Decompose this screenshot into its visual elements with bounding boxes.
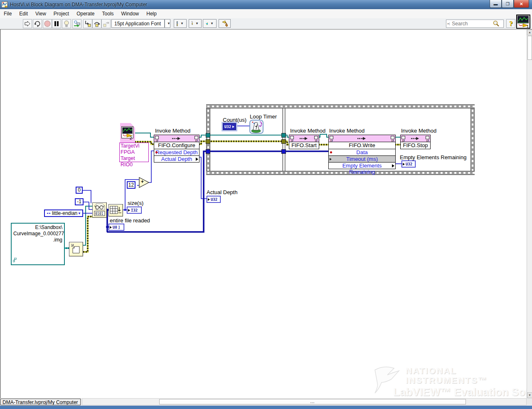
menu-project[interactable]: Project: [50, 10, 73, 18]
invoke-node-fifo-configure[interactable]: !? !? FIFO.Configure Requested Depth Act…: [154, 135, 200, 163]
enum-dropdown-icon[interactable]: ▼: [78, 212, 81, 215]
retain-wire-values-button[interactable]: [72, 19, 81, 28]
menu-file[interactable]: File: [0, 10, 15, 18]
tunnel-ref-left[interactable]: [206, 133, 210, 138]
app-icon: [2, 1, 8, 8]
constant-zero[interactable]: 0: [76, 187, 83, 194]
search-box[interactable]: ▸|: [446, 20, 504, 28]
tunnel-array-divider[interactable]: [281, 149, 286, 154]
reference-out-glyph: !?: [314, 135, 318, 141]
step-into-button[interactable]: [83, 19, 92, 28]
search-history-arrow[interactable]: ▸|: [446, 22, 451, 25]
reorder-objects-button[interactable]: ▼: [203, 19, 217, 28]
indicator-in-arrow: [110, 226, 112, 229]
maximize-button[interactable]: ❐: [502, 0, 514, 8]
read-binary-file-function[interactable]: 0101: [92, 202, 107, 218]
font-selector[interactable]: 15pt Application Font: [111, 19, 165, 28]
invoke-method-name[interactable]: FIFO.Start: [289, 142, 319, 149]
reorder-objects-icon: [206, 21, 208, 27]
invoke-method-name[interactable]: FIFO.Stop: [401, 142, 430, 149]
array-bracket: ]: [118, 225, 120, 229]
horizontal-scrollbar[interactable]: ▪▪▪: [82, 398, 527, 405]
vertical-scrollbar[interactable]: ▲ ▼: [527, 30, 532, 398]
endian-enum-constant[interactable]: ◄► little-endian ▼: [44, 209, 83, 217]
horizontal-scroll-thumb[interactable]: ▪▪▪: [159, 399, 466, 404]
count-us-constant[interactable]: U32: [223, 123, 236, 130]
invoke-param-data[interactable]: Data: [329, 149, 395, 156]
menu-window[interactable]: Window: [118, 10, 143, 18]
run-continuous-button[interactable]: [33, 19, 42, 28]
distribute-objects-button[interactable]: ▼: [189, 19, 202, 28]
menu-tools[interactable]: Tools: [99, 10, 118, 18]
step-over-button[interactable]: [92, 19, 101, 28]
reference-out-glyph: !?: [194, 135, 199, 141]
close-button[interactable]: ✕: [514, 0, 529, 8]
sequence-border-bottom[interactable]: [206, 171, 475, 175]
sequence-border-top[interactable]: [206, 104, 475, 108]
constant-twelve[interactable]: 12: [127, 181, 135, 189]
run-continuous-icon: [34, 20, 41, 27]
invoke-node-fifo-start[interactable]: !? !? FIFO.Start: [289, 135, 319, 149]
search-input[interactable]: [451, 20, 493, 27]
vi-icon[interactable]: 1: [516, 15, 530, 29]
tunnel-array-left[interactable]: [206, 149, 210, 154]
invoke-method-name[interactable]: FIFO.Configure: [154, 142, 199, 149]
scroll-up-arrow[interactable]: ▲: [527, 30, 532, 35]
invoke-arrow-icon: [172, 137, 182, 140]
step-out-button[interactable]: [101, 19, 111, 28]
sizes-indicator[interactable]: I32: [127, 207, 142, 214]
font-selector-label: 15pt Application Font: [114, 21, 161, 27]
invoke-param-actual-depth[interactable]: Actual Depth: [154, 156, 199, 162]
search-icon: [493, 20, 500, 27]
tunnel-error-divider[interactable]: [281, 139, 286, 144]
reference-in-glyph: !?: [401, 135, 406, 141]
invoke-method-label-start: Invoke Method: [290, 128, 325, 134]
cleanup-diagram-button[interactable]: [219, 19, 231, 28]
sequence-border-right[interactable]: [470, 108, 475, 171]
window-title: HostVi.vi Block Diagram on DMA-Transfer.…: [10, 2, 147, 7]
pause-button[interactable]: [52, 19, 61, 28]
fpga-target-label[interactable]: TargetVi FPGA Target RIO0: [119, 143, 149, 162]
loop-timer-node[interactable]: [249, 120, 264, 134]
step-out-icon: [103, 20, 109, 27]
enum-inc-dec-icon[interactable]: ◄►: [46, 212, 51, 214]
retain-wire-values-icon: [74, 20, 80, 27]
array-size-function[interactable]: [108, 204, 123, 217]
font-selector-arrow[interactable]: ▼: [165, 19, 170, 28]
menu-help[interactable]: Help: [143, 10, 160, 18]
empty-elements-indicator[interactable]: U32: [401, 160, 416, 168]
invoke-node-fifo-stop[interactable]: !? !? FIFO.Stop: [400, 135, 431, 149]
actual-depth-indicator[interactable]: U32: [207, 196, 221, 203]
invoke-node-fifo-write[interactable]: !? !? FIFO.Write Data Timeout (ms) Empty…: [328, 135, 396, 169]
help-button[interactable]: ?: [506, 19, 515, 28]
add-plus-glyph: +: [141, 179, 144, 185]
minimize-button[interactable]: ▬: [490, 0, 502, 8]
invoke-node-header: !? !?: [329, 135, 395, 142]
file-path-constant[interactable]: E:\Sandbox\ CurveImage_0.000277 .img: [11, 223, 65, 265]
constant-minus-one[interactable]: -1: [75, 198, 84, 205]
align-objects-button[interactable]: ▼: [174, 19, 187, 28]
entire-file-indicator[interactable]: U8]: [108, 224, 124, 231]
invoke-node-header: !? !?: [289, 135, 319, 142]
menu-operate[interactable]: Operate: [73, 10, 98, 18]
abort-button[interactable]: [43, 19, 52, 28]
input-terminal-arrow: [330, 158, 332, 160]
menu-view[interactable]: View: [32, 10, 50, 18]
reference-out-glyph: !?: [390, 135, 395, 141]
tunnel-error-left[interactable]: [206, 139, 210, 144]
open-file-function[interactable]: [69, 242, 83, 256]
invoke-param-timeout[interactable]: Timeout (ms): [329, 156, 395, 163]
menu-bar: File Edit View Project Operate Tools Win…: [0, 9, 532, 19]
open-file-icon: [69, 242, 83, 256]
run-button[interactable]: [23, 19, 32, 28]
tunnel-ref-divider[interactable]: [281, 133, 286, 138]
highlight-execution-button[interactable]: [62, 19, 71, 28]
invoke-method-name[interactable]: FIFO.Write: [329, 142, 395, 149]
invoke-param-empty-elements[interactable]: Empty Elements Remaining: [329, 163, 395, 169]
vertical-scroll-thumb[interactable]: [527, 36, 532, 60]
scroll-down-arrow[interactable]: ▼: [527, 392, 532, 398]
execution-target-context[interactable]: DMA-Transfer.lvproj/My Computer: [0, 399, 81, 405]
array-size-icon: [109, 204, 123, 216]
menu-edit[interactable]: Edit: [15, 10, 32, 18]
invoke-param-requested-depth[interactable]: Requested Depth: [154, 149, 199, 156]
